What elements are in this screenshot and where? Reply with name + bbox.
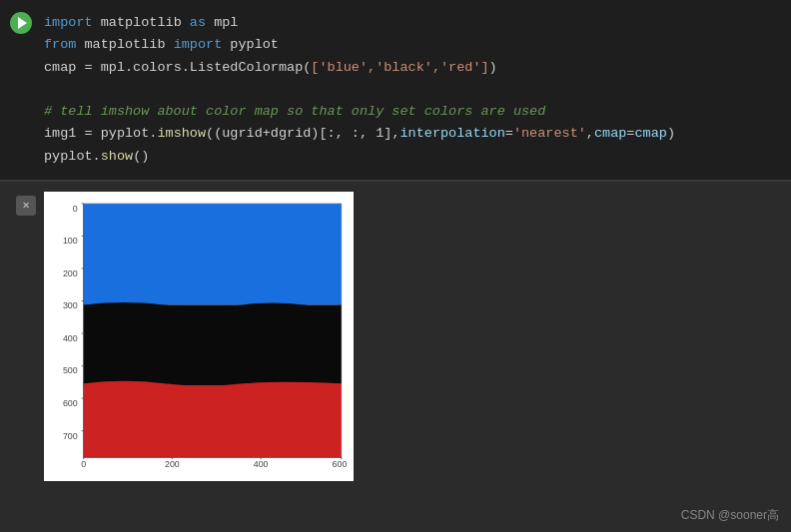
svg-text:300: 300 — [63, 300, 78, 310]
operator: = — [85, 60, 101, 75]
function-show: show — [101, 149, 133, 164]
code-text: pyplot. — [44, 149, 101, 164]
function-name: imshow — [157, 126, 206, 141]
code-text: mpl.colors.ListedColormap( — [101, 60, 312, 75]
svg-text:200: 200 — [165, 459, 180, 469]
string-literal: ['blue','black','red'] — [311, 60, 488, 75]
svg-text:100: 100 — [63, 236, 78, 246]
code-text: ) — [489, 60, 497, 75]
param-cmap: cmap — [594, 126, 626, 141]
code-text: matplotlib — [101, 15, 190, 30]
svg-text:0: 0 — [73, 204, 78, 214]
code-text: img1 — [44, 126, 85, 141]
keyword-import: import — [44, 15, 101, 30]
keyword-import: import — [174, 37, 231, 52]
keyword-from: from — [44, 37, 85, 52]
code-line-5: img1 = pyplot.imshow((ugrid+dgrid)[:, :,… — [44, 123, 775, 145]
plot-container: 0 100 200 300 400 500 600 700 0 200 400 … — [44, 192, 354, 481]
svg-rect-13 — [84, 204, 342, 305]
code-text: () — [133, 149, 149, 164]
svg-text:200: 200 — [63, 268, 78, 278]
svg-text:0: 0 — [81, 459, 86, 469]
operator: = — [85, 126, 101, 141]
var-cmap: cmap — [634, 126, 666, 141]
svg-text:400: 400 — [254, 459, 269, 469]
svg-text:400: 400 — [63, 333, 78, 343]
run-button[interactable] — [10, 12, 32, 34]
watermark: CSDN @sooner高 — [681, 507, 779, 524]
code-text: pyplot — [230, 37, 279, 52]
code-line-blank — [44, 79, 775, 101]
svg-text:700: 700 — [63, 430, 78, 440]
close-button[interactable]: ✕ — [16, 196, 36, 216]
plot-svg: 0 100 200 300 400 500 600 700 0 200 400 … — [46, 194, 352, 479]
code-text: matplotlib — [85, 37, 174, 52]
code-text: mpl — [214, 15, 238, 30]
output-block: ✕ 0 100 200 300 400 500 600 700 0 200 40… — [0, 182, 791, 491]
code-text: , — [586, 126, 594, 141]
code-line-1: import matplotlib as mpl — [44, 12, 775, 34]
code-text: ((ugrid+dgrid)[:, :, 1], — [206, 126, 399, 141]
code-line-3: cmap = mpl.colors.ListedColormap(['blue'… — [44, 57, 775, 79]
svg-text:500: 500 — [63, 365, 78, 375]
code-lines: import matplotlib as mpl from matplotlib… — [44, 12, 775, 168]
watermark-text: CSDN @sooner高 — [681, 508, 779, 522]
code-line-comment: # tell imshow about color map so that on… — [44, 101, 775, 123]
code-text: ) — [667, 126, 675, 141]
svg-text:600: 600 — [63, 398, 78, 408]
code-line-6: pyplot.show() — [44, 146, 775, 168]
param-interpolation: interpolation — [399, 126, 504, 141]
code-block: import matplotlib as mpl from matplotlib… — [0, 0, 791, 182]
code-text: cmap — [44, 60, 85, 75]
svg-text:600: 600 — [333, 459, 348, 469]
code-text: pyplot. — [101, 126, 158, 141]
operator: = — [505, 126, 513, 141]
keyword-as: as — [190, 15, 214, 30]
comment-text: # tell imshow about color map so that on… — [44, 104, 545, 119]
string-nearest: 'nearest' — [513, 126, 586, 141]
code-line-2: from matplotlib import pyplot — [44, 34, 775, 56]
